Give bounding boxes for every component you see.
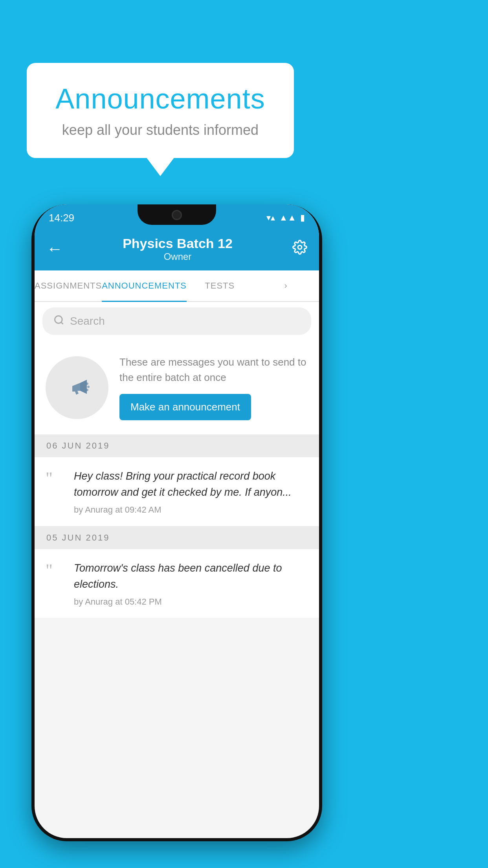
search-input[interactable]: Search [70,315,105,327]
tabs-bar: ASSIGNMENTS ANNOUNCEMENTS TESTS › [35,270,319,302]
announcement-content-1: Hey class! Bring your practical record b… [74,468,308,515]
speech-bubble-title: Announcements [50,83,270,115]
status-icons: ▾▴ ▲▲ ▮ [266,213,305,223]
wifi-icon: ▾▴ [266,213,275,223]
announcement-text-2: Tomorrow's class has been cancelled due … [74,560,308,592]
tab-announcements[interactable]: ANNOUNCEMENTS [102,270,187,301]
search-box[interactable]: Search [42,307,311,335]
phone-screen: 14:29 ▾▴ ▲▲ ▮ ← Physics Batch 12 Owner [35,204,319,838]
app-bar-title-group: Physics Batch 12 Owner [123,236,233,262]
announcement-text-1: Hey class! Bring your practical record b… [74,468,308,500]
app-bar-title: Physics Batch 12 [123,236,233,251]
status-time: 14:29 [49,212,74,224]
search-icon [53,314,64,328]
quote-icon-1: " [46,470,65,487]
search-container: Search [35,302,319,340]
speech-bubble-container: Announcements keep all your students inf… [27,63,294,158]
tab-tests[interactable]: TESTS [187,270,253,301]
svg-point-3 [86,383,88,385]
promo-content: These are messages you want to send to t… [119,355,308,420]
announcement-icon-circle [46,356,108,419]
back-button[interactable]: ← [46,239,63,258]
app-bar-subtitle: Owner [123,251,233,262]
phone-outer: 14:29 ▾▴ ▲▲ ▮ ← Physics Batch 12 Owner [31,204,322,841]
quote-icon-2: " [46,562,65,579]
announcement-item-1[interactable]: " Hey class! Bring your practical record… [35,457,319,526]
battery-icon: ▮ [300,213,305,223]
app-bar: ← Physics Batch 12 Owner [35,227,319,270]
content-area: 06 JUN 2019 " Hey class! Bring your prac… [35,434,319,618]
announcement-meta-2: by Anurag at 05:42 PM [74,597,308,607]
settings-icon[interactable] [292,240,307,258]
phone-wrapper: 14:29 ▾▴ ▲▲ ▮ ← Physics Batch 12 Owner [31,204,322,841]
svg-point-0 [298,245,302,249]
tab-more[interactable]: › [253,270,319,301]
svg-point-4 [87,386,90,388]
date-separator-2: 05 JUN 2019 [35,526,319,549]
speech-bubble-subtitle: keep all your students informed [50,122,270,138]
announcement-meta-1: by Anurag at 09:42 AM [74,505,308,515]
signal-icon: ▲▲ [279,213,296,223]
speech-bubble: Announcements keep all your students inf… [27,63,294,158]
make-announcement-button[interactable]: Make an announcement [119,394,251,420]
phone-notch [138,204,216,225]
date-separator-1: 06 JUN 2019 [35,434,319,457]
promo-description: These are messages you want to send to t… [119,355,308,385]
promo-card: These are messages you want to send to t… [35,340,319,434]
phone-camera [172,210,182,220]
tab-assignments[interactable]: ASSIGNMENTS [35,270,102,301]
svg-point-1 [55,316,62,323]
svg-point-5 [86,389,88,391]
svg-line-2 [61,322,63,324]
announcement-content-2: Tomorrow's class has been cancelled due … [74,560,308,607]
announcement-item-2[interactable]: " Tomorrow's class has been cancelled du… [35,549,319,618]
